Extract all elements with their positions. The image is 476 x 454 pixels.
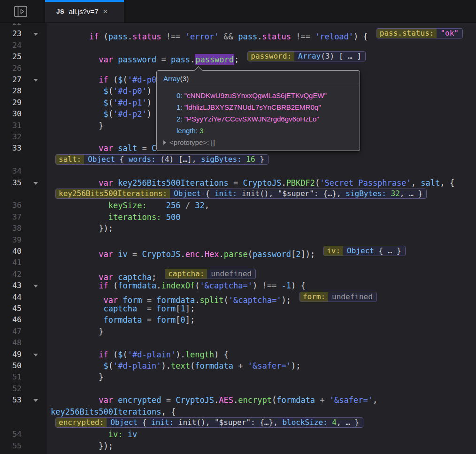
- code-token: =: [147, 304, 152, 313]
- preview-value: Array(3) [ … ]: [294, 52, 365, 61]
- line-number[interactable]: 38: [0, 223, 22, 234]
- fold-arrow-icon[interactable]: [33, 182, 38, 185]
- inline-variable-preview: password:Array(3) [ … ]: [247, 51, 366, 61]
- line-number[interactable]: 36: [0, 200, 22, 211]
- code-line-50: 50 $('#d-plain').text(formdata + '&safer…: [0, 360, 476, 371]
- code-token: (: [195, 281, 200, 290]
- code-token: C: [152, 144, 156, 153]
- code-token: ];: [185, 315, 195, 325]
- gutter-cell: [0, 154, 47, 166]
- line-number[interactable]: 37: [0, 212, 22, 223]
- line-number[interactable]: 42: [0, 269, 22, 280]
- line-number[interactable]: 43: [0, 280, 22, 291]
- inline-preview-row: key256Bits500Iterations:Object { init: i…: [0, 189, 476, 200]
- code-line-52: 52: [0, 383, 476, 394]
- fold-arrow-icon[interactable]: [33, 79, 38, 82]
- code-token: [243, 361, 248, 371]
- line-number[interactable]: 34: [0, 166, 22, 177]
- code-token: 500: [166, 212, 181, 222]
- code-line-45: 45 captcha = form[1];: [0, 303, 476, 314]
- line-number[interactable]: 27: [0, 74, 22, 85]
- debugger-window: JS all.js?v=7 × 2223 if (pass.status !==…: [0, 0, 476, 454]
- code-token: $: [104, 86, 108, 96]
- code-token: [233, 361, 238, 371]
- code-token: ): [147, 98, 152, 107]
- code-token: [51, 178, 99, 188]
- code-token: [51, 98, 104, 107]
- line-number[interactable]: 26: [0, 63, 22, 74]
- gutter-cell: 45: [0, 303, 47, 314]
- code-token: .: [233, 395, 238, 405]
- code-token: (: [108, 350, 118, 359]
- inline-variable-preview: captcha:undefined: [165, 269, 256, 279]
- preview-label: password:: [248, 52, 294, 61]
- popup-property-row: 1: "ldhlizLJBXYSZ7NUdL7sYnCBRB2EMR0q": [157, 101, 360, 113]
- code-token: '#d-p0: [128, 75, 156, 84]
- line-number[interactable]: 52: [0, 383, 22, 394]
- fold-arrow-icon[interactable]: [33, 399, 38, 402]
- fold-arrow-icon[interactable]: [33, 285, 38, 288]
- line-number[interactable]: 55: [0, 440, 22, 452]
- line-number[interactable]: 41: [0, 257, 22, 268]
- code-token: CryptoJS: [243, 178, 281, 188]
- source-tab-all-js[interactable]: JS all.js?v=7 ×: [45, 0, 124, 23]
- property-key: 0:: [177, 91, 184, 99]
- expand-arrow-icon[interactable]: [163, 140, 166, 145]
- gutter-cell: 49: [0, 349, 47, 360]
- gutter-cell: 24: [0, 40, 47, 51]
- gutter-cell: 36: [0, 200, 47, 211]
- line-number[interactable]: 54: [0, 429, 22, 440]
- code-line-34: 34: [0, 166, 476, 177]
- line-number[interactable]: 39: [0, 235, 22, 246]
- line-number[interactable]: 44: [0, 292, 22, 303]
- code-token: iterations:: [108, 212, 161, 222]
- line-number[interactable]: 40: [0, 246, 22, 257]
- code-token: form: [156, 304, 176, 313]
- code-token: 1: [180, 304, 185, 313]
- close-tab-icon[interactable]: ×: [103, 8, 107, 15]
- code-token: $: [104, 98, 108, 107]
- code-text: var key256Bits500Iterations = CryptoJS.P…: [47, 177, 476, 189]
- code-token: +: [320, 395, 324, 405]
- line-number[interactable]: 33: [0, 143, 22, 154]
- line-number[interactable]: 30: [0, 108, 22, 120]
- line-number[interactable]: 46: [0, 314, 22, 325]
- gutter-cell: 31: [0, 120, 47, 131]
- code-token: '#d-p0': [113, 86, 147, 96]
- code-token: [171, 395, 176, 405]
- code-token: $: [104, 361, 108, 371]
- line-number[interactable]: 49: [0, 349, 22, 360]
- preview-value: undefined: [328, 292, 376, 302]
- gutter-cell: [0, 417, 47, 429]
- line-number[interactable]: 45: [0, 303, 22, 314]
- code-line-51: 51 }: [0, 371, 476, 383]
- popup-rows: 0: "cNNDKwU9zuSYnxxQgwlLaS6jETKvQgEW"1: …: [157, 86, 360, 151]
- line-number[interactable]: 25: [0, 51, 22, 62]
- code-line-54: 54 iv: iv: [0, 429, 476, 440]
- line-number[interactable]: 48: [0, 337, 22, 348]
- line-number[interactable]: 28: [0, 85, 22, 97]
- line-number[interactable]: 24: [0, 40, 22, 51]
- line-number[interactable]: 53: [0, 394, 22, 406]
- fold-arrow-icon[interactable]: [33, 33, 38, 36]
- line-number[interactable]: 50: [0, 360, 22, 371]
- js-file-icon: JS: [56, 8, 65, 15]
- sources-sidebar-toggle-button[interactable]: [14, 6, 27, 17]
- code-token: =: [142, 144, 147, 153]
- fold-arrow-icon[interactable]: [33, 354, 38, 356]
- line-number[interactable]: 22: [0, 23, 22, 28]
- line-number[interactable]: 47: [0, 326, 22, 337]
- inline-variable-preview: salt:Object { words: (4) […], sigBytes: …: [55, 154, 269, 165]
- code-token: ).: [176, 350, 185, 359]
- line-number[interactable]: 23: [0, 28, 22, 39]
- gutter-cell: 55: [0, 440, 47, 452]
- line-number[interactable]: 32: [0, 131, 22, 143]
- code-token: [325, 395, 330, 405]
- code-token: [137, 144, 142, 153]
- line-number[interactable]: 51: [0, 371, 22, 383]
- code-token: salt: [421, 178, 440, 188]
- code-token: ,: [411, 178, 421, 188]
- line-number[interactable]: 29: [0, 97, 22, 108]
- line-number[interactable]: 35: [0, 177, 22, 189]
- line-number[interactable]: 31: [0, 120, 22, 131]
